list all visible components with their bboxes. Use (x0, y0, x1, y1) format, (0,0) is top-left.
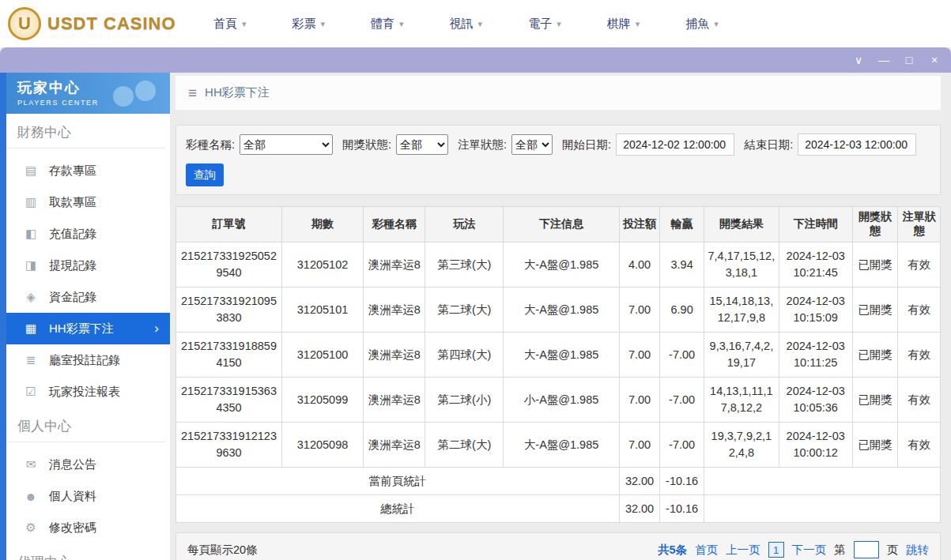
cell-period: 31205098 (282, 423, 364, 468)
chevron-down-icon: ▾ (714, 19, 719, 29)
prev-page-link[interactable]: 上一页 (726, 543, 760, 558)
left-accent-strip (0, 73, 6, 560)
sidebar: 玩家中心 PLAYERS CENTER 財務中心 ▤ 存款專區 ▥ 取款專區 ◧… (6, 73, 170, 560)
sidebar-item-deposit[interactable]: ▤ 存款專區 (6, 155, 170, 186)
col-header-order-no: 訂單號 (176, 207, 282, 242)
nav-item-lottery[interactable]: 彩票 ▾ (292, 17, 326, 32)
col-header-bet-info: 下注信息 (504, 207, 619, 242)
nav-item-video[interactable]: 視訊 ▾ (450, 17, 483, 32)
bet-status-select[interactable]: 全部 (511, 134, 553, 155)
cell-draw-status: 已開獎 (852, 378, 898, 423)
nav-item-home[interactable]: 首頁 ▾ (213, 17, 247, 32)
cell-bet-time: 2024-12-03 10:15:09 (779, 288, 852, 333)
cell-bet-time: 2024-12-03 10:21:45 (779, 242, 852, 288)
title-bar: ∨ — □ × (0, 47, 951, 73)
summary-row-current-page: 當前頁統計 32.00 -10.16 (176, 468, 941, 495)
app-window: U USDT CASINO 首頁 ▾ 彩票 ▾ 體育 ▾ 視訊 ▾ 電子 ▾ (0, 0, 951, 560)
filter-end-date: 結束日期: (744, 133, 916, 156)
search-button[interactable]: 查詢 (186, 163, 224, 186)
funds-icon: ◈ (24, 290, 38, 304)
cell-bet-status: 有效 (898, 423, 941, 468)
sidebar-item-label: 提現記錄 (49, 258, 96, 273)
report-icon: ☑ (24, 385, 38, 399)
window-maximize-button[interactable]: □ (899, 51, 919, 69)
table-row: 2152173319210953830 31205101 澳洲幸运8 第二球(大… (176, 288, 941, 333)
nav-item-label: 電子 (528, 17, 552, 32)
withdraw-icon: ▥ (24, 195, 38, 209)
chevron-down-icon: ▾ (557, 19, 561, 29)
sidebar-item-change-password[interactable]: ⚙ 修改密碼 (6, 512, 170, 543)
table-row: 2152173319153634350 31205099 澳洲幸运8 第二球(小… (176, 378, 941, 423)
cell-draw-status: 已開獎 (852, 242, 898, 288)
main-content: ≡ HH彩票下注 彩種名稱: 全部 開獎狀態: 全部 (170, 73, 951, 560)
table-row: 2152173319121239630 31205098 澳洲幸运8 第二球(大… (176, 423, 941, 468)
gear-icon: ⚙ (24, 521, 38, 535)
summary-empty-cell (704, 495, 940, 523)
sidebar-item-recharge-records[interactable]: ◧ 充值記錄 (6, 218, 170, 250)
col-header-play-type: 玩法 (425, 207, 504, 242)
sidebar-item-cashout-records[interactable]: ◨ 提現記錄 (6, 250, 170, 281)
sidebar-item-player-bet-report[interactable]: ☑ 玩家投注報表 (6, 376, 170, 408)
filter-start-date: 開始日期: (562, 133, 734, 156)
cell-bet-amount: 7.00 (619, 423, 660, 468)
start-date-input[interactable] (616, 133, 734, 156)
nav-item-cards[interactable]: 棋牌 ▾ (607, 17, 640, 32)
window-minimize-button[interactable]: — (874, 51, 894, 69)
table-row: 2152173319188594150 31205100 澳洲幸运8 第四球(大… (176, 333, 941, 378)
first-page-link[interactable]: 首页 (695, 543, 718, 558)
cell-bet-status: 有效 (898, 242, 941, 288)
sidebar-item-label: 存款專區 (49, 163, 96, 179)
jump-button[interactable]: 跳转 (906, 543, 929, 558)
main-nav: 首頁 ▾ 彩票 ▾ 體育 ▾ 視訊 ▾ 電子 ▾ 棋牌 ▾ (213, 17, 719, 32)
cell-lottery-name: 澳洲幸运8 (364, 288, 425, 333)
cell-bet-amount: 4.00 (619, 242, 660, 288)
arrow-right-icon: › (154, 321, 159, 336)
menu-icon[interactable]: ≡ (188, 85, 197, 102)
summary-empty-cell (704, 468, 940, 495)
sidebar-item-announcements[interactable]: ✉ 消息公告 (6, 449, 170, 480)
col-header-bet-amount: 投注額 (619, 207, 660, 242)
brand-logo[interactable]: U USDT CASINO (8, 7, 191, 40)
sidebar-section-personal: 個人中心 (6, 408, 165, 442)
sidebar-item-withdraw[interactable]: ▥ 取款專區 (6, 186, 170, 218)
bell-icon: ✉ (24, 457, 38, 472)
summary-label: 總統計 (176, 495, 620, 523)
sidebar-item-hh-lottery-bets[interactable]: ▦ HH彩票下注 › (6, 313, 170, 344)
cell-lottery-name: 澳洲幸运8 (364, 423, 425, 468)
page-jump-input[interactable] (854, 541, 879, 558)
deposit-icon: ▤ (24, 163, 38, 178)
cell-bet-amount: 7.00 (619, 288, 660, 333)
chevron-down-icon: ▾ (478, 19, 483, 29)
top-navigation: U USDT CASINO 首頁 ▾ 彩票 ▾ 體育 ▾ 視訊 ▾ 電子 ▾ (0, 0, 951, 47)
sidebar-item-profile[interactable]: ☻ 個人資料 (6, 480, 170, 512)
nav-item-label: 捕魚 (685, 17, 709, 32)
jump-label-before: 第 (834, 543, 846, 558)
cell-bet-info: 小-A盤@1.985 (504, 378, 619, 423)
nav-item-fishing[interactable]: 捕魚 ▾ (685, 17, 719, 32)
user-icon: ☻ (24, 490, 38, 503)
nav-item-slots[interactable]: 電子 ▾ (528, 17, 561, 32)
window-close-button[interactable]: × (924, 51, 945, 69)
lottery-icon: ▦ (24, 321, 38, 336)
window-collapse-button[interactable]: ∨ (848, 51, 869, 69)
lottery-name-select[interactable]: 全部 (240, 134, 333, 155)
col-header-period: 期數 (282, 207, 364, 242)
chevron-down-icon: ▾ (321, 19, 326, 29)
current-page-number[interactable]: 1 (768, 542, 784, 558)
cell-play-type: 第三球(大) (425, 242, 504, 288)
sidebar-item-label: 個人資料 (49, 489, 96, 504)
end-date-label: 結束日期: (744, 137, 793, 152)
draw-status-select[interactable]: 全部 (396, 134, 448, 155)
cell-play-type: 第二球(大) (425, 423, 504, 468)
cell-bet-status: 有效 (898, 288, 941, 333)
sidebar-item-label: 資金記錄 (49, 290, 96, 305)
summary-bet-amount: 32.00 (619, 495, 660, 523)
nav-item-sports[interactable]: 體育 ▾ (371, 17, 404, 32)
sidebar-item-hall-bet-records[interactable]: ≣ 廳室投註記錄 (6, 344, 170, 376)
end-date-input[interactable] (798, 133, 916, 156)
cell-bet-time: 2024-12-03 10:05:36 (779, 378, 852, 423)
next-page-link[interactable]: 下一页 (792, 543, 827, 558)
breadcrumb: ≡ HH彩票下注 (175, 76, 941, 111)
col-header-bet-status: 注單狀態 (898, 207, 941, 242)
sidebar-item-funds-records[interactable]: ◈ 資金記錄 (6, 281, 170, 313)
